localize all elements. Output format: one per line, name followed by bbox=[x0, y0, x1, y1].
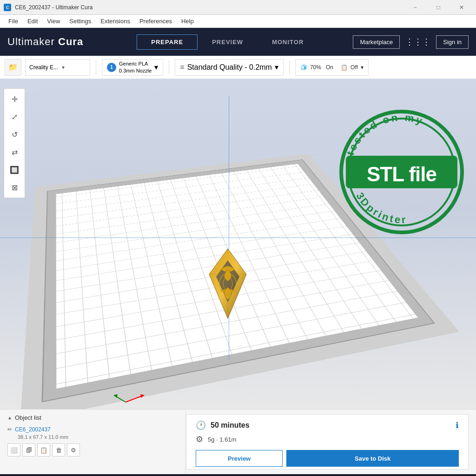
scale-tool[interactable]: ⤢ bbox=[6, 108, 23, 125]
quality-selector[interactable]: ≡ Standard Quality - 0.2mm ▾ bbox=[175, 59, 284, 76]
object-item[interactable]: ✏ CE6_2002437 bbox=[7, 425, 178, 434]
tab-prepare[interactable]: PREPARE bbox=[137, 34, 198, 50]
printer-dropdown-arrow: ▾ bbox=[62, 64, 65, 71]
settings-object-button[interactable]: ⚙ bbox=[67, 443, 80, 456]
tab-preview[interactable]: PREVIEW bbox=[198, 34, 258, 50]
object-list-header[interactable]: ▲ Object list bbox=[7, 414, 178, 421]
nav-tabs: PREPARE PREVIEW MONITOR bbox=[102, 34, 353, 50]
window-title: CE6_2002437 - Ultimaker Cura bbox=[15, 4, 404, 11]
minimize-button[interactable]: − bbox=[404, 0, 426, 15]
adhesion-label: Off bbox=[350, 64, 358, 71]
logo-light: Ultimaker bbox=[7, 36, 58, 47]
support-on-label: On bbox=[326, 64, 333, 71]
nav-right: Marketplace ⋮⋮⋮ Sign in bbox=[353, 35, 469, 49]
menu-view[interactable]: View bbox=[42, 16, 65, 26]
left-tools-panel: ✛ ⤢ ↺ ⇄ 🔲 ⊠ bbox=[4, 88, 25, 198]
paste-object-button[interactable]: 📋 bbox=[37, 443, 50, 456]
svg-marker-13 bbox=[140, 394, 144, 398]
object-list-panel: ▲ Object list ✏ CE6_2002437 38.1 x 67.7 … bbox=[0, 410, 186, 474]
menu-help[interactable]: Help bbox=[177, 16, 198, 26]
viewport[interactable]: tested on my STL file 3Dprinter ✛ ⤢ ↺ ⇄ … bbox=[0, 79, 476, 409]
preview-button[interactable]: Preview bbox=[196, 450, 283, 467]
delete-object-button[interactable]: 🗑 bbox=[52, 443, 65, 456]
open-folder-button[interactable]: 📁 bbox=[5, 59, 21, 76]
rotate-tool[interactable]: ↺ bbox=[6, 126, 23, 143]
support-cube-icon: 🧊 bbox=[300, 64, 307, 71]
close-button[interactable]: ✕ bbox=[451, 0, 472, 15]
mirror-tool[interactable]: ⇄ bbox=[6, 144, 23, 160]
print-time-row: 🕐 50 minutes ℹ bbox=[196, 420, 459, 430]
logo-bold: Cura bbox=[58, 36, 83, 47]
folder-icon: 📁 bbox=[8, 63, 18, 72]
grid-icon[interactable]: ⋮⋮⋮ bbox=[405, 37, 430, 47]
quality-dropdown-arrow: ▾ bbox=[275, 63, 278, 72]
time-info-button[interactable]: ℹ bbox=[456, 420, 459, 430]
object-list-label: Object list bbox=[15, 414, 41, 421]
object-action-icons: ⬜ 🗐 📋 🗑 ⚙ bbox=[7, 443, 178, 456]
app-icon: C bbox=[4, 4, 11, 11]
edit-icon: ✏ bbox=[7, 426, 12, 433]
app-logo: Ultimaker Cura bbox=[7, 36, 83, 48]
menu-settings[interactable]: Settings bbox=[65, 16, 96, 26]
nozzle-size: 0.3mm Nozzle bbox=[119, 67, 152, 74]
copy-object-button[interactable]: 🗐 bbox=[22, 443, 35, 456]
save-to-disk-button[interactable]: Save to Disk bbox=[286, 450, 459, 467]
per-model-tool[interactable]: 🔲 bbox=[6, 161, 23, 178]
horizontal-axis-line bbox=[0, 238, 476, 238]
title-bar: C CE6_2002437 - Ultimaker Cura − □ ✕ bbox=[0, 0, 476, 15]
maximize-button[interactable]: □ bbox=[428, 0, 449, 15]
toolbar: 📁 Creality E... ▾ 1 Generic PLA 0.3mm No… bbox=[0, 56, 476, 79]
nozzle-badge: 1 bbox=[107, 63, 116, 72]
support-blocker-tool[interactable]: ⊠ bbox=[6, 179, 23, 196]
support-label: 70% bbox=[310, 64, 321, 71]
signin-button[interactable]: Sign in bbox=[436, 35, 469, 49]
marketplace-button[interactable]: Marketplace bbox=[353, 35, 400, 49]
menu-bar: File Edit View Settings Extensions Prefe… bbox=[0, 15, 476, 28]
printer-name: Creality E... bbox=[29, 64, 58, 71]
move-tool[interactable]: ✛ bbox=[6, 91, 23, 107]
toolbar-separator-3 bbox=[289, 60, 290, 74]
nozzle-dropdown-arrow: ▾ bbox=[154, 63, 158, 72]
window-controls: − □ ✕ bbox=[404, 0, 472, 15]
coordinate-axes bbox=[112, 386, 149, 404]
top-navigation: Ultimaker Cura PREPARE PREVIEW MONITOR M… bbox=[0, 28, 476, 56]
object-name: CE6_2002437 bbox=[15, 426, 51, 433]
print-actions: Preview Save to Disk bbox=[196, 450, 459, 467]
menu-preferences[interactable]: Preferences bbox=[135, 16, 177, 26]
clock-icon: 🕐 bbox=[196, 420, 206, 430]
support-selector[interactable]: 🧊 70% On 📋 Off ▾ bbox=[295, 59, 369, 76]
object-dimensions: 38.1 x 67.7 x 11.0 mm bbox=[7, 434, 178, 440]
object-list-chevron: ▲ bbox=[7, 415, 12, 420]
toolbar-separator-1 bbox=[96, 60, 96, 74]
material-name: Generic PLA bbox=[119, 60, 152, 67]
bottom-panel: ▲ Object list ✏ CE6_2002437 38.1 x 67.7 … bbox=[0, 409, 476, 474]
menu-edit[interactable]: Edit bbox=[23, 16, 42, 26]
quality-icon: ≡ bbox=[180, 63, 184, 72]
nozzle-selector[interactable]: 1 Generic PLA 0.3mm Nozzle ▾ bbox=[102, 59, 163, 76]
print-material-row: ⚙ 5g · 1.61m bbox=[196, 434, 459, 444]
print-time: 50 minutes bbox=[211, 421, 250, 430]
svg-text:STL file: STL file bbox=[367, 163, 436, 185]
print-material: 5g · 1.61m bbox=[208, 436, 236, 443]
nozzle-info: Generic PLA 0.3mm Nozzle bbox=[119, 60, 152, 74]
support-dropdown-arrow: ▾ bbox=[361, 64, 364, 71]
tab-monitor[interactable]: MONITOR bbox=[258, 34, 318, 50]
material-icon: ⚙ bbox=[196, 434, 203, 444]
menu-extensions[interactable]: Extensions bbox=[96, 16, 135, 26]
print-info-panel: 🕐 50 minutes ℹ ⚙ 5g · 1.61m Preview Save… bbox=[186, 414, 469, 469]
toolbar-separator-2 bbox=[169, 60, 169, 74]
menu-file[interactable]: File bbox=[4, 16, 23, 26]
3d-object[interactable] bbox=[200, 246, 256, 321]
svg-text:tested on my: tested on my bbox=[344, 112, 426, 157]
duplicate-object-button[interactable]: ⬜ bbox=[7, 443, 20, 456]
quality-label: Standard Quality - 0.2mm bbox=[187, 63, 272, 72]
stl-watermark: tested on my STL file 3Dprinter bbox=[337, 107, 467, 237]
printer-selector[interactable]: Creality E... ▾ bbox=[25, 59, 90, 76]
adhesion-icon: 📋 bbox=[341, 64, 348, 71]
